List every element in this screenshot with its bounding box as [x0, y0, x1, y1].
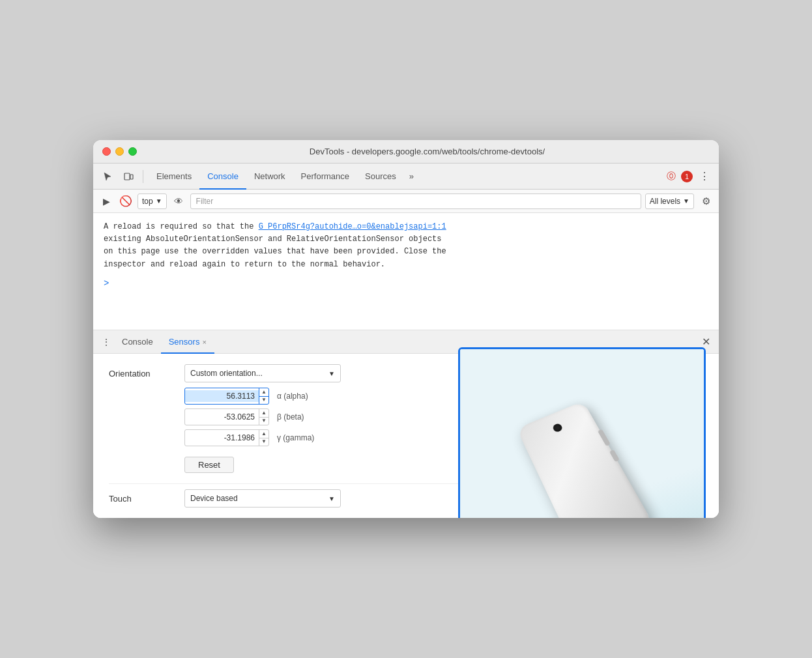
- maximize-button[interactable]: [128, 147, 137, 156]
- phone-viz-inner: [460, 349, 704, 518]
- console-message: A reload is required so that the G_P6rpR…: [104, 221, 708, 233]
- toolbar-end: ⓪ 1 ⋮: [667, 167, 714, 186]
- more-tabs-button[interactable]: »: [404, 164, 419, 189]
- phone-side-button: [598, 429, 611, 446]
- console-output: A reload is required so that the G_P6rpR…: [93, 213, 719, 330]
- devtools-toolbar: Elements Console Network Performance Sou…: [93, 164, 719, 190]
- bottom-panel: ⋮ Console Sensors × ✕ Orientation Custom…: [93, 330, 719, 518]
- device-toggle-icon[interactable]: [119, 167, 138, 186]
- alpha-label: α (alpha): [277, 392, 308, 401]
- console-message-line2: on this page use the overridden values t…: [104, 246, 708, 258]
- separator: [143, 170, 143, 183]
- console-message-continuation: existing AbsoluteOrientationSensor and R…: [104, 233, 708, 246]
- beta-increment[interactable]: ▲: [259, 409, 268, 418]
- gamma-label: γ (gamma): [277, 433, 314, 442]
- alpha-increment[interactable]: ▲: [259, 388, 268, 397]
- chevron-down-icon-levels: ▼: [683, 197, 689, 205]
- reset-button[interactable]: Reset: [184, 457, 234, 473]
- sensors-content: Orientation Custom orientation... ▼ 56.3…: [93, 354, 719, 518]
- gamma-decrement[interactable]: ▼: [259, 438, 268, 446]
- run-icon[interactable]: ▶: [98, 193, 114, 209]
- tab-network[interactable]: Network: [246, 164, 293, 190]
- beta-input[interactable]: -53.0625 ▲ ▼: [184, 408, 269, 425]
- context-select[interactable]: top ▼: [138, 193, 167, 209]
- tab-sources[interactable]: Sources: [357, 164, 404, 190]
- touch-dropdown-chevron: ▼: [328, 495, 335, 502]
- alpha-spinners: ▲ ▼: [259, 388, 268, 404]
- alpha-decrement[interactable]: ▼: [259, 397, 268, 405]
- tab-list: Elements Console Network Performance Sou…: [149, 164, 419, 189]
- svg-rect-1: [130, 175, 133, 179]
- devtools-window: DevTools - developers.google.com/web/too…: [93, 140, 719, 518]
- tab-elements[interactable]: Elements: [149, 164, 199, 190]
- console-prompt[interactable]: >: [104, 276, 708, 291]
- phone-side-button2: [609, 450, 620, 462]
- console-message-line3: inspector and reload again to return to …: [104, 259, 708, 271]
- sensors-tab-close[interactable]: ×: [202, 338, 206, 346]
- orientation-dropdown[interactable]: Custom orientation... ▼: [184, 364, 341, 382]
- gamma-input[interactable]: -31.1986 ▲ ▼: [184, 429, 269, 446]
- chevron-down-icon: ▼: [156, 197, 162, 205]
- gamma-spinners: ▲ ▼: [259, 430, 268, 446]
- phone-3d-model: [517, 401, 654, 518]
- touch-label: Touch: [109, 494, 174, 504]
- console-link[interactable]: G_P6rpRSr4g?autohide…o=0&enablejsapi=1:1: [259, 222, 446, 231]
- beta-label: β (beta): [277, 412, 304, 422]
- panel-tab-sensors[interactable]: Sensors ×: [161, 331, 214, 354]
- panel-tab-console[interactable]: Console: [114, 330, 161, 353]
- tab-console[interactable]: Console: [199, 164, 246, 190]
- minimize-button[interactable]: [115, 147, 124, 156]
- beta-decrement[interactable]: ▼: [259, 418, 268, 425]
- traffic-lights: [102, 147, 137, 156]
- touch-dropdown[interactable]: Device based ▼: [184, 489, 341, 508]
- gamma-increment[interactable]: ▲: [259, 430, 268, 438]
- error-icon: ⓪: [667, 171, 676, 182]
- title-bar: DevTools - developers.google.com/web/too…: [93, 140, 719, 164]
- tab-performance[interactable]: Performance: [293, 164, 357, 190]
- phone-camera: [552, 423, 564, 433]
- svg-rect-0: [124, 173, 130, 180]
- cursor-icon[interactable]: [98, 167, 117, 186]
- console-filter-bar: ▶ 🚫 top ▼ 👁 Filter All levels ▼ ⚙: [93, 190, 719, 213]
- more-options-button[interactable]: ⋮: [695, 167, 714, 186]
- levels-select[interactable]: All levels ▼: [645, 193, 694, 209]
- close-button[interactable]: [102, 147, 111, 156]
- alpha-input[interactable]: 56.3113 ▲ ▼: [184, 388, 269, 405]
- filter-input[interactable]: Filter: [190, 193, 641, 209]
- phone-viz-overlay: [458, 347, 706, 518]
- eye-icon[interactable]: 👁: [171, 193, 186, 209]
- window-title: DevTools - developers.google.com/web/too…: [145, 147, 710, 156]
- beta-spinners: ▲ ▼: [259, 409, 268, 425]
- panel-menu-button[interactable]: ⋮: [98, 334, 114, 350]
- block-icon[interactable]: 🚫: [118, 193, 134, 209]
- settings-icon[interactable]: ⚙: [698, 193, 714, 209]
- orientation-label: Orientation: [109, 369, 174, 379]
- dropdown-chevron-icon: ▼: [328, 370, 335, 377]
- phone-body: [517, 401, 654, 518]
- error-badge: 1: [681, 171, 693, 182]
